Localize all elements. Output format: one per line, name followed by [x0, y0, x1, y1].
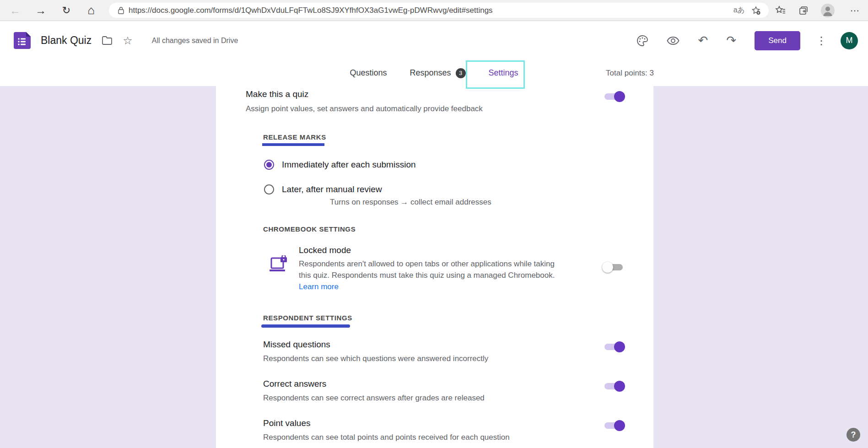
refresh-icon[interactable]: ↻ [59, 3, 74, 18]
option-later-subtext: Turns on responses → collect email addre… [330, 198, 653, 207]
respondent-settings-heading: RESPONDENT SETTINGS [263, 314, 352, 322]
radio-later[interactable] [264, 184, 274, 194]
option-immediately-label: Immediately after each submission [282, 160, 416, 170]
tab-responses-label: Responses [410, 68, 451, 78]
theme-palette-icon[interactable] [636, 35, 648, 47]
document-title[interactable]: Blank Quiz [41, 34, 92, 47]
toggle-knob [602, 262, 613, 273]
settings-content: Make this a quiz Assign point values, se… [0, 86, 868, 448]
tab-questions[interactable]: Questions [347, 68, 389, 78]
translate-icon[interactable]: aあ [733, 5, 745, 15]
locked-mode-row: Locked mode Respondents aren't allowed t… [269, 245, 624, 292]
forms-header: Blank Quiz ☆ All changes saved in Drive … [0, 21, 868, 60]
point-values-title: Point values [263, 418, 510, 428]
missed-questions-title: Missed questions [263, 340, 488, 350]
add-favorite-icon[interactable] [751, 6, 760, 15]
page: ← → ↻ ⌂ https://docs.google.com/forms/d/… [0, 0, 868, 448]
option-immediately[interactable]: Immediately after each submission [264, 160, 653, 170]
make-quiz-toggle[interactable] [603, 91, 624, 102]
total-points: Total points: 3 [606, 69, 654, 78]
browser-toolbar: ← → ↻ ⌂ https://docs.google.com/forms/d/… [0, 0, 868, 21]
browser-profile-avatar[interactable] [821, 4, 835, 17]
responses-count-badge: 3 [456, 68, 466, 78]
point-values-description: Respondents can see total points and poi… [263, 433, 510, 442]
collections-icon[interactable] [798, 5, 809, 16]
locked-mode-toggle[interactable] [603, 262, 624, 273]
toolbar-right [775, 4, 835, 17]
undo-icon[interactable]: ↶ [698, 33, 708, 48]
correct-answers-toggle[interactable] [603, 381, 624, 392]
correct-answers-title: Correct answers [263, 379, 485, 389]
locked-mode-icon [269, 255, 289, 292]
missed-questions-description: Respondents can see which questions were… [263, 354, 488, 363]
release-marks-underline-annotation [262, 143, 324, 146]
missed-questions-toggle[interactable] [603, 341, 624, 352]
option-later[interactable]: Later, after manual review [264, 184, 653, 194]
favorites-icon[interactable] [775, 5, 786, 16]
toggle-knob [614, 341, 625, 352]
tab-questions-label: Questions [350, 68, 387, 78]
tab-settings-label: Settings [489, 68, 518, 78]
move-folder-icon[interactable] [102, 36, 113, 45]
locked-mode-title: Locked mode [299, 245, 556, 255]
learn-more-link[interactable]: Learn more [299, 282, 339, 291]
settings-card: Make this a quiz Assign point values, se… [216, 86, 653, 448]
account-avatar[interactable]: M [841, 32, 858, 49]
release-marks-heading: RELEASE MARKS [263, 133, 326, 141]
back-icon[interactable]: ← [7, 3, 23, 18]
missed-questions-row: Missed questions Respondents can see whi… [263, 340, 624, 363]
locked-mode-description: Respondents aren't allowed to open tabs … [299, 258, 556, 292]
toggle-knob [614, 381, 625, 392]
make-quiz-description: Assign point values, set answers and aut… [246, 104, 483, 113]
browser-menu-icon[interactable]: ⋯ [850, 5, 860, 16]
correct-answers-description: Respondents can see correct answers afte… [263, 394, 485, 403]
tab-bar: Questions Responses 3 Settings Total poi… [0, 60, 868, 86]
forward-icon[interactable]: → [33, 3, 49, 18]
help-button[interactable]: ? [846, 428, 860, 442]
point-values-toggle[interactable] [603, 420, 624, 431]
tab-settings[interactable]: Settings [486, 68, 521, 78]
correct-answers-row: Correct answers Respondents can see corr… [263, 379, 624, 403]
home-icon[interactable]: ⌂ [83, 3, 99, 18]
release-marks-options: Immediately after each submission Later,… [264, 160, 653, 207]
radio-immediately[interactable] [264, 160, 274, 170]
tab-responses[interactable]: Responses 3 [407, 68, 468, 78]
locked-mode-description-text: Respondents aren't allowed to open tabs … [299, 259, 555, 280]
send-button[interactable]: Send [755, 31, 800, 50]
url-text[interactable]: https://docs.google.com/forms/d/1QwhDxVd… [129, 6, 727, 15]
toggle-knob [614, 91, 625, 102]
address-bar[interactable]: https://docs.google.com/forms/d/1QwhDxVd… [109, 3, 769, 18]
respondent-settings-underline-annotation [261, 324, 350, 328]
saved-status: All changes saved in Drive [152, 37, 238, 45]
option-later-label: Later, after manual review [282, 184, 382, 194]
forms-logo-icon[interactable] [14, 32, 31, 49]
redo-icon[interactable]: ↷ [726, 33, 736, 48]
make-quiz-row: Make this a quiz Assign point values, se… [216, 86, 653, 113]
star-icon[interactable]: ☆ [123, 34, 133, 47]
chromebook-settings-heading: CHROMEBOOK SETTINGS [263, 225, 653, 233]
toggle-knob [614, 420, 625, 431]
lock-icon [118, 7, 124, 14]
preview-eye-icon[interactable] [667, 36, 679, 45]
more-options-icon[interactable]: ⋮ [816, 34, 827, 47]
point-values-row: Point values Respondents can see total p… [263, 418, 624, 442]
make-quiz-title: Make this a quiz [246, 89, 483, 99]
